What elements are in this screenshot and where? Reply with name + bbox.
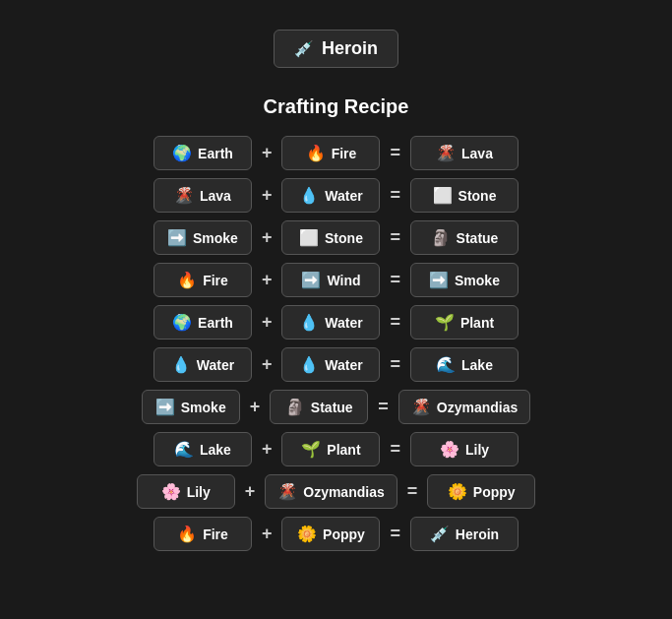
result-box[interactable]: 🌱 Plant [410,305,519,340]
result-label: Statue [457,230,499,246]
equals-operator: = [407,481,418,502]
ingredient1-label: Earth [198,315,233,331]
result-icon: ⬜ [433,186,453,205]
ingredient1-box[interactable]: 💧 Water [153,347,252,382]
ingredient1-label: Lava [200,188,231,204]
ingredient1-label: Fire [203,526,228,542]
result-box[interactable]: 🌸 Lily [410,432,519,466]
title-button[interactable]: 💉 Heroin [274,30,398,68]
recipe-row: 🌍 Earth + 💧 Water = 🌱 Plant [153,305,519,340]
result-box[interactable]: 🌋 Lava [410,136,519,170]
result-box[interactable]: ⬜ Stone [410,178,519,213]
result-box[interactable]: 🌊 Lake [410,347,519,382]
ingredient1-icon: 🌸 [161,482,181,501]
result-label: Lake [461,357,493,373]
plus-operator: + [262,354,273,375]
equals-operator: = [390,524,400,544]
result-box[interactable]: 🌋 Ozymandias [398,390,530,424]
ingredient1-box[interactable]: 🔥 Fire [153,517,252,551]
ingredient1-box[interactable]: ➡️ Smoke [153,220,252,255]
title-icon: 💉 [294,39,314,58]
result-box[interactable]: 🌼 Poppy [427,474,535,509]
plus-operator: + [262,143,273,163]
ingredient2-label: Water [325,315,362,331]
ingredient2-icon: 🗿 [285,398,305,416]
equals-operator: = [390,270,400,290]
ingredient2-label: Ozymandias [303,484,384,500]
result-icon: 🌸 [440,440,459,459]
result-label: Stone [458,188,497,204]
ingredient1-box[interactable]: 🌍 Earth [153,136,252,170]
ingredient2-box[interactable]: 💧 Water [281,347,380,382]
ingredient1-icon: 🌍 [172,144,192,162]
ingredient1-box[interactable]: 🔥 Fire [153,263,252,297]
recipe-row: 🌊 Lake + 🌱 Plant = 🌸 Lily [153,432,519,466]
result-label: Lava [461,146,493,161]
ingredient1-label: Earth [198,146,233,161]
ingredient2-label: Plant [327,442,360,458]
equals-operator: = [390,143,400,163]
recipe-row: ➡️ Smoke + ⬜ Stone = 🗿 Statue [153,220,519,255]
ingredient1-box[interactable]: 🌋 Lava [153,178,252,213]
recipe-row: 🔥 Fire + 🌼 Poppy = 💉 Heroin [153,517,519,551]
ingredient1-box[interactable]: 🌸 Lily [137,474,235,509]
ingredient1-icon: 🌍 [172,313,192,332]
crafting-title: Crafting Recipe [264,95,409,118]
recipe-row: 💧 Water + 💧 Water = 🌊 Lake [153,347,519,382]
ingredient2-label: Fire [332,146,357,161]
ingredient2-icon: ⬜ [299,228,319,247]
result-box[interactable]: ➡️ Smoke [410,263,519,297]
ingredient1-box[interactable]: ➡️ Smoke [142,390,240,424]
ingredient2-box[interactable]: 🌋 Ozymandias [265,474,397,509]
ingredient1-icon: 🔥 [177,271,197,289]
plus-operator: + [245,481,256,502]
ingredient1-icon: 🔥 [177,525,197,543]
ingredient2-icon: 🌋 [277,482,297,501]
ingredient2-label: Water [325,357,362,373]
ingredient2-box[interactable]: ⬜ Stone [281,220,380,255]
ingredient2-label: Statue [311,400,353,415]
result-box[interactable]: 💉 Heroin [410,517,519,551]
plus-operator: + [262,439,273,460]
result-label: Smoke [455,273,500,288]
ingredient2-box[interactable]: 💧 Water [281,305,380,340]
ingredient2-box[interactable]: 🌱 Plant [281,432,380,466]
recipe-row: 🌍 Earth + 🔥 Fire = 🌋 Lava [153,136,519,170]
result-icon: 🌋 [411,398,431,416]
result-icon: 💉 [430,525,450,543]
ingredient1-box[interactable]: 🌊 Lake [153,432,252,466]
result-icon: ➡️ [429,271,449,289]
equals-operator: = [390,185,400,206]
ingredient2-box[interactable]: 🌼 Poppy [281,517,380,551]
result-label: Ozymandias [437,400,518,415]
ingredient1-icon: 🌋 [174,186,194,205]
ingredient2-box[interactable]: 🗿 Statue [270,390,368,424]
recipes-container: 🌍 Earth + 🔥 Fire = 🌋 Lava 🌋 Lava + 💧 Wat… [137,136,536,551]
ingredient2-label: Stone [325,230,363,246]
result-label: Heroin [456,526,499,542]
ingredient1-icon: ➡️ [167,228,187,247]
result-icon: 🌼 [448,482,467,501]
ingredient2-box[interactable]: ➡️ Wind [281,263,380,297]
ingredient2-box[interactable]: 💧 Water [281,178,380,213]
title-label: Heroin [322,38,378,59]
equals-operator: = [390,312,400,333]
result-icon: 🗿 [431,228,451,247]
equals-operator: = [390,354,400,375]
result-icon: 🌋 [436,144,456,162]
recipe-row: ➡️ Smoke + 🗿 Statue = 🌋 Ozymandias [142,390,531,424]
ingredient1-label: Fire [203,273,228,288]
ingredient2-box[interactable]: 🔥 Fire [281,136,380,170]
ingredient2-icon: 🌱 [301,440,321,459]
result-label: Lily [465,442,489,458]
result-box[interactable]: 🗿 Statue [410,220,519,255]
ingredient1-label: Lake [200,442,231,458]
plus-operator: + [262,312,273,333]
ingredient1-label: Smoke [193,230,238,246]
ingredient1-icon: 💧 [171,355,191,374]
equals-operator: = [378,397,389,417]
ingredient1-box[interactable]: 🌍 Earth [153,305,252,340]
ingredient2-label: Water [325,188,362,204]
ingredient2-icon: ➡️ [301,271,321,289]
ingredient1-label: Smoke [181,400,226,415]
